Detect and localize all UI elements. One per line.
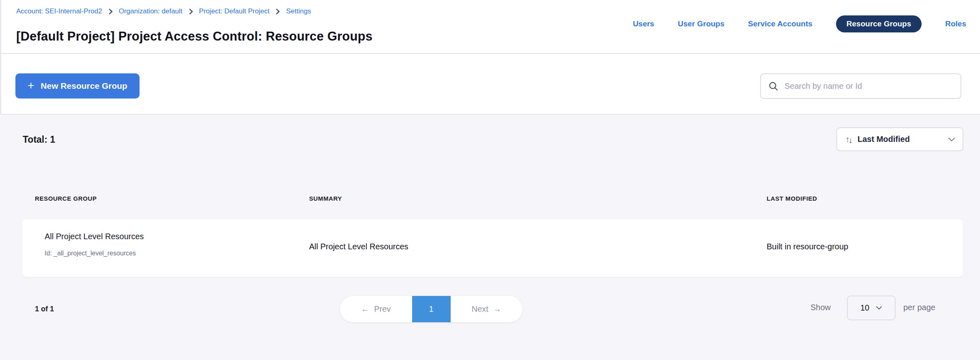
page-count-label: 1 of 1 xyxy=(35,305,54,313)
sort-dropdown-label: Last Modified xyxy=(858,135,910,144)
tab-users[interactable]: Users xyxy=(633,19,654,28)
column-header-resource-group: RESOURCE GROUP xyxy=(35,195,97,202)
access-control-nav: Users User Groups Service Accounts Resou… xyxy=(633,15,966,32)
next-page-button[interactable]: Next → xyxy=(451,296,523,322)
current-page-button[interactable]: 1 xyxy=(412,296,451,322)
total-count-label: Total: 1 xyxy=(23,134,55,145)
sort-arrows-icon: ↑↓ xyxy=(845,135,851,144)
breadcrumb-settings-link[interactable]: Settings xyxy=(286,7,311,15)
column-header-summary: SUMMARY xyxy=(309,195,342,202)
search-input[interactable] xyxy=(784,81,954,91)
breadcrumb-account-link[interactable]: Account: SEI-Internal-Prod2 xyxy=(16,7,102,15)
plus-icon: + xyxy=(28,80,34,91)
chevron-right-icon xyxy=(188,9,193,15)
sort-dropdown[interactable]: ↑↓ Last Modified xyxy=(836,127,963,151)
tab-service-accounts[interactable]: Service Accounts xyxy=(748,19,812,28)
resource-group-id: Id: _all_project_level_resources xyxy=(45,250,136,257)
chevron-right-icon xyxy=(275,9,280,15)
next-label: Next xyxy=(472,304,488,314)
column-header-last-modified: LAST MODIFIED xyxy=(767,195,817,202)
page-size-value: 10 xyxy=(860,303,869,313)
page-size-select[interactable]: 10 xyxy=(847,296,896,320)
breadcrumb: Account: SEI-Internal-Prod2 Organization… xyxy=(16,7,311,15)
breadcrumb-project-link[interactable]: Project: Default Project xyxy=(199,7,270,15)
per-page-label: per page xyxy=(903,303,935,312)
arrow-right-icon: → xyxy=(493,304,501,314)
breadcrumb-organization-link[interactable]: Organization: default xyxy=(119,7,183,15)
resource-group-last-modified: Built in resource-group xyxy=(767,242,848,251)
arrow-left-icon: ← xyxy=(361,304,369,314)
search-box xyxy=(760,73,961,99)
prev-label: Prev xyxy=(374,304,391,314)
search-icon xyxy=(768,81,779,92)
chevron-down-icon xyxy=(948,137,955,142)
pagination-control: ← Prev 1 Next → xyxy=(340,296,522,322)
tab-resource-groups[interactable]: Resource Groups xyxy=(836,15,922,32)
page-title: [Default Project] Project Access Control… xyxy=(16,29,372,44)
tab-roles[interactable]: Roles xyxy=(945,19,966,28)
chevron-right-icon xyxy=(108,9,113,15)
new-resource-group-label: New Resource Group xyxy=(41,81,127,91)
resource-group-name: All Project Level Resources xyxy=(45,232,144,241)
new-resource-group-button[interactable]: + New Resource Group xyxy=(15,73,140,99)
header-divider xyxy=(0,53,980,54)
chevron-down-icon xyxy=(876,306,882,310)
resource-group-summary: All Project Level Resources xyxy=(309,242,408,251)
tab-user-groups[interactable]: User Groups xyxy=(678,19,724,28)
show-label: Show xyxy=(810,303,831,312)
prev-page-button[interactable]: ← Prev xyxy=(340,296,412,322)
